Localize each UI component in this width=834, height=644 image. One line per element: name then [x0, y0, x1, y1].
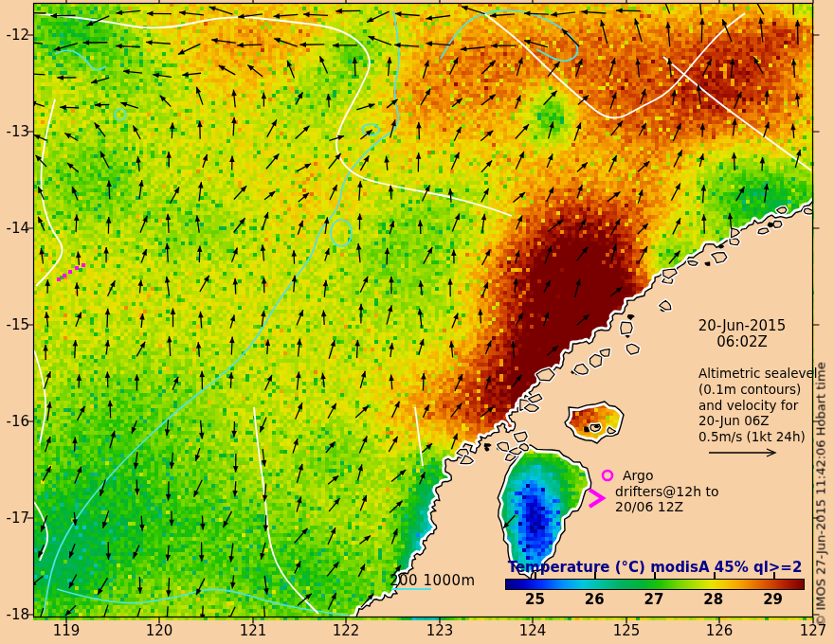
colorbar-tick-label: 27	[644, 591, 664, 608]
drifters-line: 20/06 12Z	[615, 500, 719, 515]
altimetric-line: 20-Jun 06Z	[698, 413, 818, 429]
lon-tick-label: 126	[706, 622, 734, 639]
altimetric-line: Altimetric sealevel	[698, 366, 818, 382]
drifter-marker-icon	[587, 488, 600, 501]
lat-tick-label: -12	[7, 27, 30, 44]
drifters-legend-label: drifters@12h to 20/06 12Z	[615, 485, 719, 514]
colorbar-tick-label: 29	[763, 591, 783, 608]
isobath-legend-label: 200 1000m	[390, 572, 476, 589]
colorbar-tick	[594, 572, 596, 579]
lat-tick-label: -16	[7, 413, 30, 430]
altimetric-note: Altimetric sealevel (0.1m contours) and …	[698, 366, 818, 445]
lon-tick-label: 125	[613, 622, 641, 639]
altimetric-line: 0.5m/s (1kt 24h)	[698, 429, 818, 445]
lon-tick-label: 121	[240, 622, 267, 639]
colorbar-tick	[714, 572, 716, 579]
datetime-date: 20-Jun-2015	[693, 318, 791, 334]
lon-tick-label: 120	[146, 622, 173, 639]
datetime-annotation: 20-Jun-2015 06:02Z	[693, 318, 791, 350]
lat-tick-label: -14	[7, 220, 30, 237]
sst-map-figure: 119120121122123124125126127 -12-13-14-15…	[0, 0, 834, 644]
colorbar-tick	[654, 572, 656, 579]
altimetric-line: and velocity for	[698, 398, 818, 414]
colorbar-tick-label: 25	[525, 591, 545, 608]
drifters-line: drifters@12h to	[615, 485, 719, 500]
copyright-vertical-text: © IMOS 27-Jun-2015 11:42:06 Hobart time	[814, 362, 828, 626]
temperature-colorbar: Temperature (°C) modisA 45% ql>=2 252627…	[505, 560, 805, 609]
lat-tick-label: -13	[7, 123, 30, 140]
colorbar-tick	[535, 572, 536, 579]
lon-tick-label: 119	[53, 622, 81, 639]
altimetric-line: (0.1m contours)	[698, 382, 818, 398]
colorbar-tick-label: 26	[585, 591, 605, 608]
lat-tick-label: -17	[7, 510, 30, 527]
colorbar-gradient	[505, 579, 805, 590]
lon-tick-label: 124	[519, 622, 547, 639]
lon-tick-label: 122	[333, 622, 360, 639]
datetime-time: 06:02Z	[693, 334, 791, 350]
colorbar-tick	[773, 572, 775, 579]
lon-tick-label: 123	[426, 622, 454, 639]
colorbar-tick-label: 28	[703, 591, 723, 608]
argo-marker-icon	[601, 469, 614, 482]
lat-tick-label: -15	[7, 316, 30, 333]
lat-tick-label: -18	[7, 606, 30, 623]
argo-legend-label: Argo	[623, 468, 654, 483]
